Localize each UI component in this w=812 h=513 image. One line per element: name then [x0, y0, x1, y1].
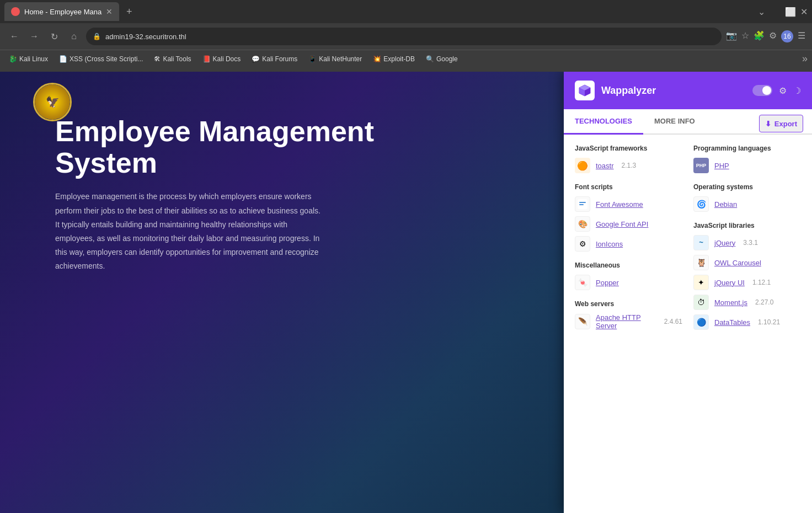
menu-button[interactable]: ☰: [798, 30, 805, 42]
tech-jquery-ui: ✦ jQuery UI 1.12.1: [693, 275, 801, 290]
tech-datatables: 🔵 DataTables 1.10.21: [693, 314, 801, 330]
nav-bar: ← → ↻ ⌂ 🔒 admin19-32.securitron.thl 📷 ☆ …: [0, 23, 812, 50]
wappalyzer-controls: ⚙ ☽: [752, 85, 801, 96]
wappalyzer-settings-button[interactable]: ⚙: [779, 86, 787, 96]
section-web-servers: Web servers 🪶 Apache HTTP Server 2.4.61: [575, 300, 682, 330]
apache-icon: 🪶: [575, 314, 590, 329]
tech-google-font-api: 🎨 Google Font API: [575, 216, 682, 232]
section-programming-languages: Programming languages PHP PHP: [693, 145, 801, 173]
debian-link[interactable]: Debian: [714, 200, 737, 209]
wappalyzer-theme-button[interactable]: ☽: [793, 86, 801, 96]
bookmark-kali-nethunter[interactable]: 📱 Kali NetHunter: [304, 54, 366, 64]
jquery-version: 3.3.1: [743, 239, 758, 247]
tab-bar: Home - Employee Mana ✕ + ⌄ ⬜ ✕: [0, 0, 812, 23]
font-awesome-icon: [575, 196, 590, 212]
window-maximize-button[interactable]: ⬜: [785, 7, 796, 17]
bookmark-button[interactable]: ☆: [741, 30, 749, 42]
moment-js-link[interactable]: Moment.js: [714, 298, 747, 307]
jquery-ui-link[interactable]: jQuery UI: [714, 279, 745, 287]
back-button[interactable]: ←: [7, 29, 22, 44]
section-font-scripts: Font scripts Font Awesome 🎨 Google Font …: [575, 183, 682, 252]
tab-list-button[interactable]: ⌄: [758, 7, 765, 17]
svg-rect-6: [579, 204, 584, 205]
section-javascript-libraries: JavaScript libraries ~ jQuery 3.3.1 🦉 OW…: [693, 222, 801, 330]
google-font-api-icon: 🎨: [575, 216, 590, 232]
google-font-api-link[interactable]: Google Font API: [596, 220, 648, 228]
popper-link[interactable]: Popper: [596, 279, 619, 287]
section-js-libraries-title: JavaScript libraries: [693, 222, 801, 229]
section-prog-lang-title: Programming languages: [693, 145, 801, 152]
tech-owl-carousel: 🦉 OWL Carousel: [693, 255, 801, 270]
tab-title: Home - Employee Mana: [24, 8, 101, 16]
bookmarks-more[interactable]: »: [802, 53, 808, 65]
svg-rect-5: [579, 202, 586, 203]
tab-technologies[interactable]: TECHNOLOGIES: [564, 109, 643, 135]
home-button[interactable]: ⌂: [66, 29, 82, 44]
bookmark-kali-docs[interactable]: 📕 Kali Docs: [198, 54, 245, 64]
php-link[interactable]: PHP: [714, 162, 729, 170]
jquery-ui-icon: ✦: [693, 275, 709, 290]
bookmark-kali-tools[interactable]: 🛠 Kali Tools: [149, 54, 195, 64]
window-close-button[interactable]: ✕: [800, 7, 808, 17]
profile-button[interactable]: 16: [781, 30, 793, 42]
datatables-link[interactable]: DataTables: [714, 318, 750, 327]
bookmark-label: Kali Forums: [262, 55, 297, 63]
extensions-button[interactable]: 🧩: [754, 30, 765, 42]
datatables-version: 1.10.21: [758, 318, 780, 326]
bookmark-favicon: 💬: [252, 55, 260, 63]
bookmark-kali-forums[interactable]: 💬 Kali Forums: [247, 54, 302, 64]
wappalyzer-logo: [575, 81, 595, 100]
wappalyzer-toggle[interactable]: [752, 85, 772, 96]
wappalyzer-right-column: Programming languages PHP PHP Operating …: [693, 135, 801, 334]
wappalyzer-content: JavaScript frameworks 🟠 toastr 2.1.3 Fon…: [564, 135, 812, 345]
active-tab[interactable]: Home - Employee Mana ✕: [4, 2, 119, 21]
export-button[interactable]: ⬇ Export: [759, 115, 803, 132]
bookmark-label: XSS (Cross Site Scripti...: [70, 55, 143, 63]
export-icon: ⬇: [765, 120, 771, 128]
address-bar[interactable]: 🔒 admin19-32.securitron.thl: [86, 28, 722, 45]
bookmark-xss[interactable]: 📄 XSS (Cross Site Scripti...: [55, 54, 147, 64]
forward-button[interactable]: →: [26, 29, 42, 44]
ionicons-link[interactable]: IonIcons: [596, 240, 623, 248]
owl-carousel-icon: 🦉: [693, 255, 709, 270]
bookmark-exploit-db[interactable]: 💥 Exploit-DB: [368, 54, 419, 64]
bookmark-favicon: 📱: [308, 55, 317, 63]
hero-section: Employee Management System Employee mana…: [55, 116, 386, 274]
tech-debian: 🌀 Debian: [693, 196, 801, 212]
ionicons-icon: ⚙: [575, 236, 590, 252]
section-javascript-frameworks: JavaScript frameworks 🟠 toastr 2.1.3: [575, 145, 682, 173]
tech-jquery: ~ jQuery 3.3.1: [693, 235, 801, 250]
bookmark-favicon: 📕: [202, 55, 211, 63]
section-miscellaneous: Miscellaneous 🍬 Popper: [575, 261, 682, 290]
bookmark-favicon: 🔍: [426, 55, 434, 63]
settings-button[interactable]: ⚙: [769, 30, 777, 42]
wappalyzer-title: Wappalyzer: [601, 85, 656, 97]
tab-close-button[interactable]: ✕: [106, 7, 113, 16]
address-text: admin19-32.securitron.thl: [105, 33, 186, 41]
section-web-servers-title: Web servers: [575, 300, 682, 308]
owl-carousel-link[interactable]: OWL Carousel: [714, 259, 761, 267]
toastr-link[interactable]: toastr: [596, 162, 614, 170]
bookmark-kali-linux[interactable]: 🐉 Kali Linux: [4, 54, 52, 64]
moment-js-version: 2.27.0: [755, 298, 773, 306]
tech-ionicons: ⚙ IonIcons: [575, 236, 682, 252]
new-tab-button[interactable]: +: [121, 4, 137, 19]
php-icon: PHP: [693, 158, 709, 173]
jquery-link[interactable]: jQuery: [714, 239, 735, 247]
font-awesome-link[interactable]: Font Awesome: [596, 200, 643, 209]
jquery-ui-version: 1.12.1: [752, 279, 771, 286]
bookmark-favicon: 💥: [373, 55, 381, 63]
datatables-icon: 🔵: [693, 314, 709, 330]
bookmarks-bar: 🐉 Kali Linux 📄 XSS (Cross Site Scripti..…: [0, 50, 812, 67]
toastr-icon: 🟠: [575, 158, 590, 173]
tech-php: PHP PHP: [693, 158, 801, 173]
reload-button[interactable]: ↻: [46, 29, 62, 44]
bookmark-google[interactable]: 🔍 Google: [421, 54, 462, 64]
screenshot-button[interactable]: 📷: [726, 30, 737, 42]
wappalyzer-logo-icon: [578, 84, 591, 97]
tech-toastr: 🟠 toastr 2.1.3: [575, 158, 682, 173]
jquery-icon: ~: [693, 235, 709, 250]
section-font-scripts-title: Font scripts: [575, 183, 682, 191]
apache-link[interactable]: Apache HTTP Server: [596, 313, 656, 330]
tab-more-info[interactable]: MORE INFO: [643, 109, 706, 135]
